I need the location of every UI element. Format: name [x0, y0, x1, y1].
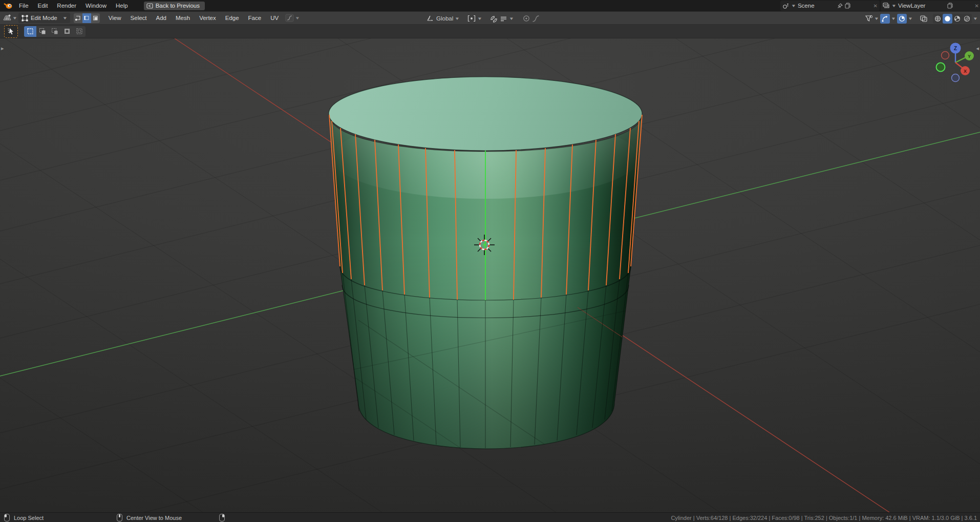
status-hint-lmb: Loop Select [4, 513, 44, 522]
chevron-down-icon: ▼ [874, 16, 879, 21]
mode-label: Edit Mode [31, 15, 60, 21]
select-mode-set-button[interactable] [24, 26, 36, 37]
falloff-dropdown[interactable]: ▼ [285, 14, 300, 22]
back-to-previous-button[interactable]: Back to Previous [144, 2, 205, 10]
topbar: File Edit Render Window Help Back to Pre… [0, 0, 980, 11]
pivot-point-icon[interactable] [467, 15, 476, 22]
mode-dropdown[interactable]: Edit Mode ▼ [18, 13, 70, 23]
editor-3d-viewport-icon [3, 14, 11, 22]
shading-material-button[interactable] [952, 14, 962, 24]
viewport-canvas[interactable]: Z Y X [0, 38, 980, 512]
gizmo-y-neg-axis[interactable] [936, 63, 945, 72]
vertex-select-mode-button[interactable] [74, 13, 82, 23]
shading-rendered-button[interactable] [962, 14, 972, 24]
transform-settings-cluster: Global ▼ ▼ ▼ [426, 12, 540, 25]
viewport-3d[interactable]: Z Y X ▸ ◂ [0, 38, 980, 512]
sidebar-expand-arrow[interactable]: ◂ [976, 45, 979, 52]
gizmo-z-neg-axis[interactable] [952, 74, 960, 82]
show-overlays-toggle[interactable] [897, 14, 907, 24]
chevron-down-icon: ▼ [791, 4, 796, 8]
menu-help[interactable]: Help [111, 3, 133, 9]
toolbar-expand-arrow[interactable]: ▸ [1, 45, 4, 52]
select-mode-extend-button[interactable] [36, 26, 49, 37]
hint-label: Center View to Mouse [126, 515, 182, 521]
select-mode-intersect-button[interactable] [73, 26, 86, 37]
cursor-arrow-icon [8, 28, 15, 35]
menu-vertex[interactable]: Vertex [195, 15, 221, 21]
transform-orientation-icon[interactable] [426, 15, 434, 22]
chevron-down-icon: ▼ [908, 16, 913, 21]
show-gizmo-toggle[interactable] [880, 14, 890, 24]
scene-statistics: Cylinder | Verts:64/128 | Edges:32/224 |… [671, 513, 977, 522]
chevron-down-icon: ▼ [295, 16, 300, 20]
navigation-gizmo[interactable]: Z Y X [936, 43, 974, 82]
mouse-right-icon [219, 514, 225, 521]
viewlayer-selector[interactable]: ▼ ViewLayer ✕ [881, 1, 980, 11]
snap-target-icon[interactable] [500, 15, 507, 22]
viewport-display-cluster: ▼ ▼ ▼ ▼ [865, 12, 977, 25]
chevron-down-icon: ▼ [891, 4, 897, 8]
shading-solid-button[interactable] [943, 14, 952, 24]
chevron-down-icon: ▼ [455, 16, 460, 21]
select-box-mode-group [24, 26, 86, 37]
chevron-down-icon: ▼ [973, 16, 978, 21]
menu-uv[interactable]: UV [266, 15, 283, 21]
menu-view[interactable]: View [104, 15, 126, 21]
svg-text:Z: Z [954, 46, 957, 51]
chevron-down-icon: ▼ [12, 16, 17, 20]
chevron-down-icon: ▼ [62, 16, 68, 20]
menu-edit[interactable]: Edit [33, 3, 53, 9]
menu-edge[interactable]: Edge [221, 15, 244, 21]
hint-label: Loop Select [14, 515, 44, 521]
menu-window[interactable]: Window [81, 3, 111, 9]
mouse-left-icon [4, 514, 10, 521]
status-hint-mmb: Center View to Mouse [117, 513, 182, 522]
blender-logo-icon[interactable] [4, 2, 12, 9]
new-viewlayer-icon[interactable] [947, 3, 953, 9]
orientation-label[interactable]: Global [436, 15, 453, 22]
viewlayer-name: ViewLayer [898, 3, 926, 9]
face-select-mode-button[interactable] [91, 13, 100, 23]
shading-mode-group [933, 14, 972, 24]
shading-wireframe-button[interactable] [933, 14, 943, 24]
pin-icon[interactable] [837, 3, 843, 9]
select-mode-subtract-button[interactable] [49, 26, 61, 37]
cylinder-top-face [329, 77, 642, 151]
edit-mode-icon [22, 15, 28, 22]
svg-text:Y: Y [968, 54, 971, 59]
close-icon[interactable]: ✕ [874, 3, 878, 9]
viewlayer-icon [883, 3, 890, 9]
viewport-header: ▼ Edit Mode ▼ View Select Add Mesh Verte… [0, 11, 980, 25]
chevron-down-icon: ▼ [477, 16, 482, 21]
close-icon[interactable]: ✕ [975, 3, 979, 9]
menu-face[interactable]: Face [244, 15, 266, 21]
menu-select[interactable]: Select [126, 15, 152, 21]
active-tool-tweak-button[interactable] [4, 25, 18, 38]
new-scene-icon[interactable] [845, 3, 850, 9]
select-mode-invert-button[interactable] [61, 26, 73, 37]
gizmo-x-neg-axis[interactable] [942, 52, 949, 59]
snap-magnet-icon[interactable] [490, 15, 498, 23]
chevron-down-icon: ▼ [891, 16, 896, 21]
toggle-xray-button[interactable] [919, 14, 928, 24]
object-visibility-icon[interactable] [865, 15, 873, 22]
cylinder-mesh[interactable] [329, 77, 643, 499]
edge-select-mode-button[interactable] [82, 13, 91, 23]
proportional-falloff-icon[interactable] [532, 15, 540, 22]
svg-text:X: X [964, 69, 967, 74]
back-arrow-icon [146, 3, 153, 9]
menu-mesh[interactable]: Mesh [171, 15, 195, 21]
menu-render[interactable]: Render [52, 3, 81, 9]
scene-selector[interactable]: ▼ Scene ✕ [780, 1, 880, 11]
menu-file[interactable]: File [14, 3, 33, 9]
mesh-select-mode-group [74, 13, 100, 23]
status-hint-rmb [219, 513, 229, 522]
menu-add[interactable]: Add [152, 15, 171, 21]
scene-icon [782, 3, 790, 9]
tool-settings-header: X Y Z Options ▼ [0, 25, 980, 38]
back-to-previous-label: Back to Previous [156, 3, 200, 9]
mouse-middle-icon [117, 514, 122, 521]
falloff-curve-icon [285, 14, 294, 22]
editor-type-selector[interactable]: ▼ [3, 14, 17, 22]
proportional-editing-icon[interactable] [523, 15, 530, 22]
